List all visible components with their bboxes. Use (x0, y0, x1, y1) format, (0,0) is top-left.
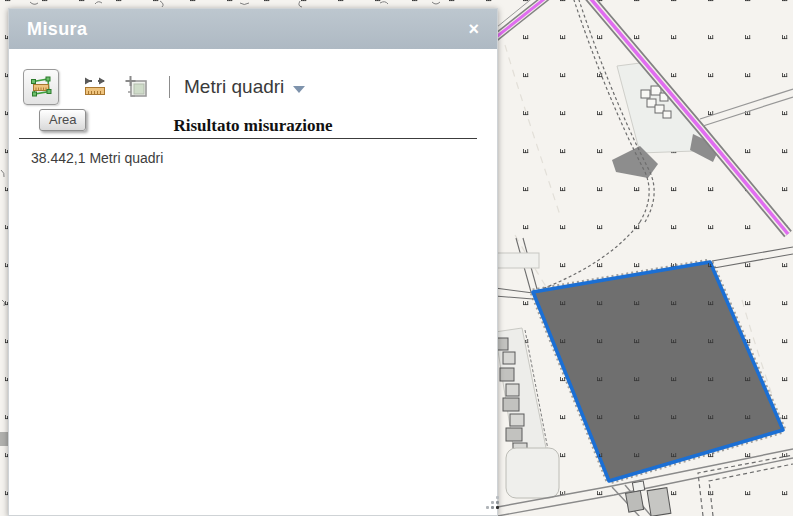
area-tool-button[interactable] (23, 69, 59, 105)
resize-grip[interactable] (486, 496, 501, 511)
location-measure-icon (124, 74, 150, 100)
edge-building (0, 432, 8, 446)
distance-measure-icon (82, 74, 108, 100)
header-underline (19, 138, 477, 139)
area-tooltip: Area (39, 109, 86, 131)
chevron-down-icon (293, 86, 305, 93)
light-shape (497, 253, 539, 268)
window-title: Misura (27, 19, 87, 40)
toolbar-separator (169, 76, 170, 98)
distance-tool-button[interactable] (81, 73, 109, 101)
unit-dropdown[interactable]: Metri quadri (184, 76, 305, 98)
measure-window: Misura × (8, 8, 498, 516)
tooltip-text: Area (49, 112, 76, 127)
window-titlebar[interactable]: Misura × (9, 9, 497, 49)
close-icon[interactable]: × (468, 20, 479, 38)
measure-toolbar: Metri quadri (9, 65, 305, 109)
location-tool-button[interactable] (123, 73, 151, 101)
area-measure-icon (29, 75, 53, 99)
measurement-result: 38.442,1 Metri quadri (31, 150, 163, 166)
round-parcel (506, 448, 559, 498)
unit-value: Metri quadri (184, 76, 284, 98)
